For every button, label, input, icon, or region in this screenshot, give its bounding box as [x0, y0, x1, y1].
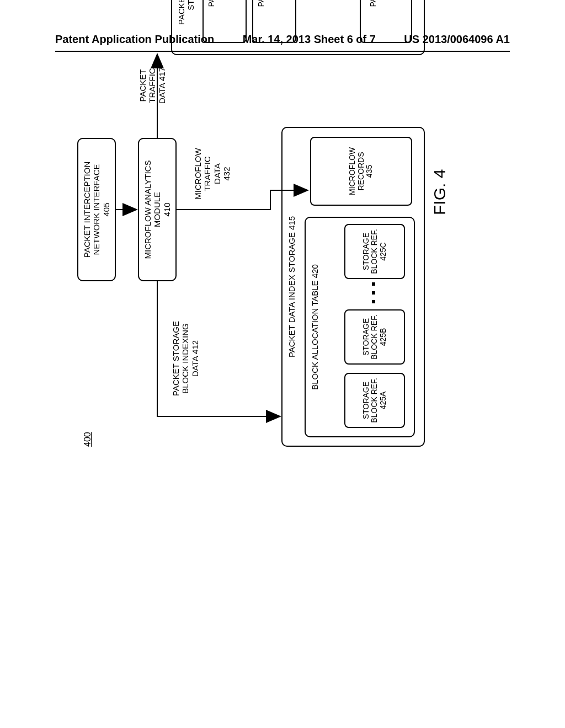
title-pdbs: PACKET DATA BLOCK STORAGE 425 — [177, 0, 195, 54]
title-bat: BLOCK ALLOCATION TABLE 420 — [310, 218, 319, 436]
label-block-a: PACKET DATA STORAGE BLOCK 430A — [207, 0, 242, 7]
box-storage-block-ref-b: STORAGE BLOCK REF. 425B — [344, 309, 405, 365]
box-block-allocation-table: BLOCK ALLOCATION TABLE 420 STORAGE BLOCK… — [305, 217, 415, 437]
label-mfr: MICROFLOW RECORDS 435 — [348, 147, 374, 195]
label-block-c: PACKET DATA STORAGE BLOCK 430C — [369, 0, 403, 7]
label-packet-traffic-data: PACKET TRAFFIC DATA 417 — [138, 61, 167, 110]
box-packet-data-index-storage: PACKET DATA INDEX STORAGE 415 BLOCK ALLO… — [281, 127, 425, 447]
ellipsis-bat — [372, 282, 375, 304]
box-microflow-records: MICROFLOW RECORDS 435 — [310, 137, 412, 206]
title-pdis: PACKET DATA INDEX STORAGE 415 — [287, 128, 296, 446]
label-microflow-traffic-data: MICROFLOW TRAFFIC DATA 432 — [193, 143, 231, 204]
figure-4: 400 PACKET INTERCEPTION NETWORK INTERFAC… — [66, 88, 565, 463]
box-packet-data-storage-block-a: PACKET DATA STORAGE BLOCK 430A — [202, 0, 247, 43]
box-storage-block-ref-a: STORAGE BLOCK REF. 425A — [344, 373, 405, 428]
box-storage-block-ref-c: STORAGE BLOCK REF. 425C — [344, 224, 405, 279]
label-block-b: PACKET DATA STORAGE BLOCK 430B — [257, 0, 291, 7]
label-ref-a: STORAGE BLOCK REF. 425A — [362, 378, 387, 423]
system-ref-400: 400 — [83, 432, 93, 447]
box-packet-data-block-storage: PACKET DATA BLOCK STORAGE 425 PACKET DAT… — [171, 0, 425, 55]
label-packet-storage-block-indexing: PACKET STORAGE BLOCK INDEXING DATA 412 — [171, 312, 200, 405]
box-packet-data-storage-block-c: PACKET DATA STORAGE BLOCK 430C — [360, 0, 412, 43]
label-ref-b: STORAGE BLOCK REF. 425B — [362, 314, 387, 360]
box-packet-interception-network-interface: PACKET INTERCEPTION NETWORK INTERFACE 40… — [77, 138, 116, 281]
label-pini: PACKET INTERCEPTION NETWORK INTERFACE 40… — [82, 162, 111, 258]
label-ref-c: STORAGE BLOCK REF. 425C — [362, 229, 387, 274]
label-mam: MICROFLOW ANALYTICS MODULE 410 — [143, 160, 172, 259]
box-microflow-analytics-module: MICROFLOW ANALYTICS MODULE 410 — [138, 138, 177, 281]
figure-caption: FIG. 4 — [430, 169, 449, 215]
box-packet-data-storage-block-b: PACKET DATA STORAGE BLOCK 430B — [252, 0, 296, 43]
